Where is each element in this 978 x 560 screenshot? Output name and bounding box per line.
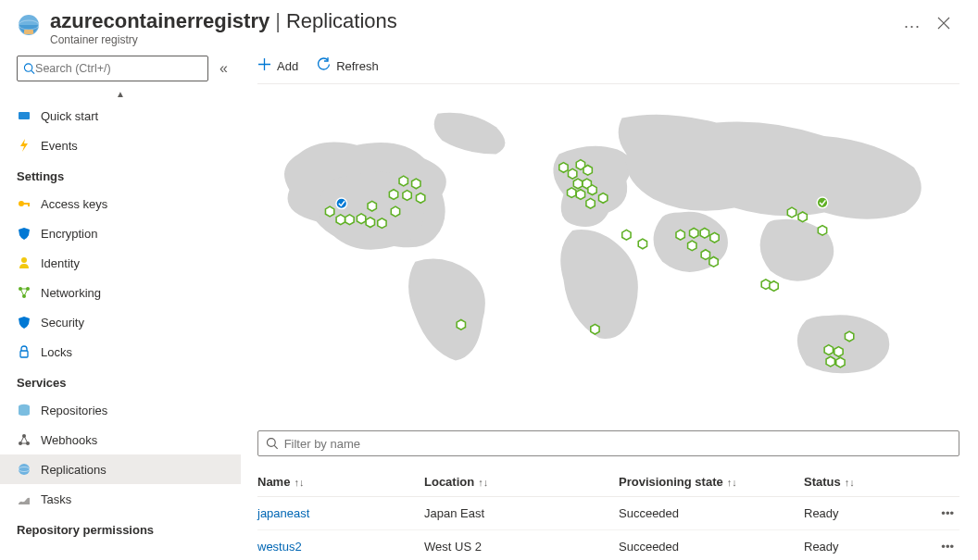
map-region-marker[interactable] [599, 193, 608, 204]
sidebar-section-services: Services [0, 367, 241, 395]
map-region-marker[interactable] [368, 201, 376, 211]
map-region-marker[interactable] [573, 179, 582, 189]
map-region-marker[interactable] [836, 357, 845, 367]
map-region-marker[interactable] [416, 193, 424, 204]
sidebar-item-label: Events [41, 139, 78, 153]
svg-point-20 [336, 198, 347, 209]
map-region-marker[interactable] [591, 324, 599, 334]
more-actions-button[interactable]: ··· [896, 9, 928, 44]
map-region-marker[interactable] [366, 218, 374, 228]
map-region-marker[interactable] [622, 230, 631, 240]
add-button[interactable]: Add [257, 57, 298, 74]
sidebar-item-label: Identity [41, 256, 80, 270]
map-region-marker[interactable] [345, 215, 354, 225]
search-icon [23, 62, 35, 75]
map-region-marker[interactable] [391, 206, 399, 217]
map-region-marker[interactable] [845, 331, 853, 342]
cell-location: West US 2 [424, 540, 619, 554]
map-region-marker[interactable] [378, 218, 386, 229]
sidebar-item-replications[interactable]: Replications [0, 454, 241, 484]
sidebar-item-events[interactable]: Events [0, 131, 241, 160]
column-header-name[interactable]: Name↑↓ [257, 475, 424, 489]
replication-link[interactable]: japaneast [257, 506, 309, 520]
toolbar-label: Refresh [336, 59, 379, 73]
map-region-marker[interactable] [818, 226, 826, 236]
filter-name-input[interactable] [284, 437, 951, 451]
map-region-marker[interactable] [357, 214, 365, 224]
sort-icon: ↑↓ [845, 477, 855, 488]
map-region-marker[interactable] [399, 176, 408, 186]
map-region-marker[interactable] [638, 239, 646, 249]
column-header-location[interactable]: Location↑↓ [424, 475, 619, 489]
svg-line-4 [31, 70, 34, 73]
map-region-marker[interactable] [701, 250, 709, 260]
shield-icon [17, 226, 31, 241]
map-region-marker[interactable] [710, 232, 719, 243]
sidebar-item-label: Repositories [41, 404, 107, 417]
map-region-marker[interactable] [798, 212, 807, 222]
map-region-marker[interactable] [688, 241, 696, 251]
map-region-marker[interactable] [403, 191, 411, 201]
svg-point-22 [267, 439, 275, 447]
map-region-marker[interactable] [559, 163, 568, 173]
sidebar-item-identity[interactable]: Identity [0, 248, 241, 278]
map-region-marker[interactable] [826, 356, 834, 367]
cell-provisioning: Succeeded [619, 506, 804, 520]
svg-point-3 [24, 64, 31, 71]
sidebar-item-access-keys[interactable]: Access keys [0, 189, 241, 218]
sidebar-item-label: Replications [41, 463, 107, 477]
sidebar-item-quick-start[interactable]: Quick start [0, 101, 241, 131]
sidebar-item-networking[interactable]: Networking [0, 278, 241, 307]
sidebar-item-label: Tasks [41, 492, 71, 506]
scroll-up-indicator[interactable]: ▲ [0, 87, 241, 101]
table-row[interactable]: westus2 West US 2 Succeeded Ready ••• [257, 530, 959, 560]
sidebar-search-input[interactable] [35, 62, 202, 75]
map-marker-japaneast[interactable] [817, 197, 828, 208]
replication-link[interactable]: westus2 [257, 540, 302, 554]
table-row[interactable]: japaneast Japan East Succeeded Ready ••• [257, 497, 959, 530]
sidebar-search[interactable] [17, 56, 208, 81]
map-region-marker[interactable] [457, 319, 465, 330]
sidebar-item-webhooks[interactable]: Webhooks [0, 425, 241, 454]
map-region-marker[interactable] [325, 206, 333, 217]
map-region-marker[interactable] [583, 166, 592, 176]
map-region-marker[interactable] [576, 190, 584, 200]
map-marker-westus2[interactable] [336, 198, 347, 209]
row-actions-button[interactable]: ••• [915, 506, 959, 520]
sidebar-item-encryption[interactable]: Encryption [0, 218, 241, 248]
map-region-marker[interactable] [336, 215, 345, 225]
page-title: azurecontainerregistry | Replications [50, 9, 896, 33]
map-region-marker[interactable] [700, 228, 708, 238]
toolbar: Add Refresh [257, 50, 959, 84]
map-region-marker[interactable] [824, 345, 833, 355]
map-region-marker[interactable] [586, 198, 595, 208]
refresh-button[interactable]: Refresh [317, 57, 379, 74]
resource-icon [17, 13, 41, 41]
map-region-marker[interactable] [709, 257, 718, 268]
map-region-marker[interactable] [412, 179, 420, 189]
row-actions-button[interactable]: ••• [915, 540, 959, 554]
map-region-marker[interactable] [690, 228, 698, 238]
sidebar-item-label: Webhooks [41, 433, 97, 447]
map-region-marker[interactable] [389, 190, 397, 200]
cell-status: Ready [804, 506, 915, 520]
map-region-marker[interactable] [761, 280, 770, 290]
column-header-provisioning[interactable]: Provisioning state↑↓ [619, 475, 804, 489]
sidebar-item-security[interactable]: Security [0, 307, 241, 337]
map-region-marker[interactable] [588, 185, 596, 195]
collapse-sidebar-button[interactable]: « [216, 56, 232, 81]
map-region-marker[interactable] [834, 347, 843, 357]
sidebar-item-repositories[interactable]: Repositories [0, 395, 241, 425]
map-region-marker[interactable] [568, 188, 576, 198]
sidebar-item-tasks[interactable]: Tasks [0, 484, 241, 514]
filter-input[interactable] [257, 430, 959, 456]
map-region-marker[interactable] [770, 281, 778, 292]
close-button[interactable] [928, 9, 959, 40]
sidebar-item-locks[interactable]: Locks [0, 337, 241, 367]
map-region-marker[interactable] [787, 207, 796, 218]
column-header-status[interactable]: Status↑↓ [804, 475, 915, 489]
replications-map[interactable] [257, 84, 959, 425]
map-region-marker[interactable] [676, 230, 684, 240]
map-region-marker[interactable] [569, 168, 577, 179]
webhook-icon [17, 432, 31, 447]
